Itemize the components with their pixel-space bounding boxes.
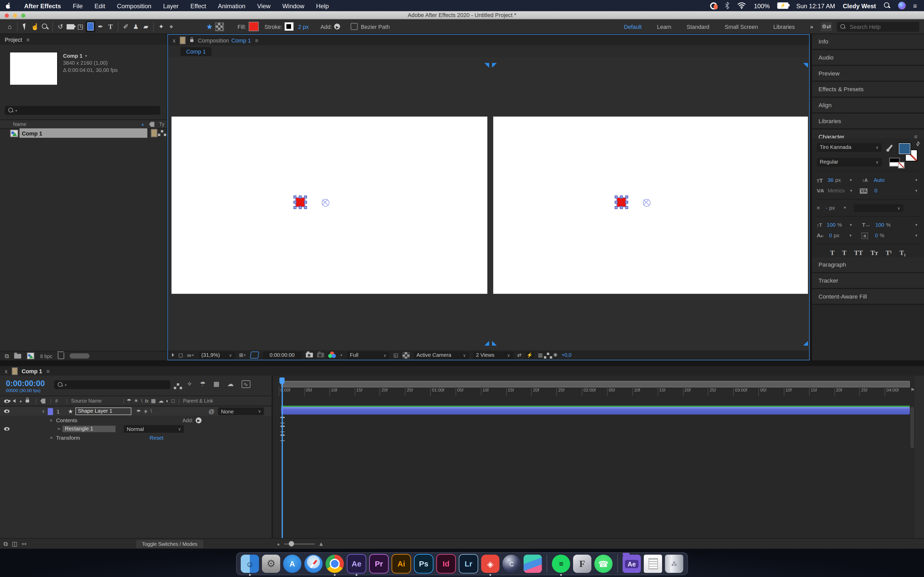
rounding-checker-icon[interactable] xyxy=(215,21,225,32)
close-timeline-button[interactable]: x xyxy=(5,367,8,374)
comp-timecode[interactable]: 0:00:00:00 xyxy=(263,351,302,359)
project-item-title[interactable]: Comp 1 xyxy=(63,52,82,59)
dock-red-diamond-app[interactable]: ◈ xyxy=(481,554,499,573)
effect[interactable]: Effect xyxy=(184,2,212,9)
frame-blend-switch-icon[interactable]: ▦ xyxy=(151,398,156,404)
panel-menu-icon[interactable]: ≡ xyxy=(255,37,258,43)
new-folder-icon[interactable] xyxy=(14,354,21,358)
column-type-label[interactable]: Ty xyxy=(159,121,165,127)
layer-label-color[interactable] xyxy=(48,408,53,415)
shape-visibility-toggle[interactable] xyxy=(4,427,10,431)
shape-group-name[interactable]: Rectangle 1 xyxy=(63,426,116,432)
fill-color-swatch[interactable] xyxy=(249,22,258,31)
grid-guides-options-icon[interactable]: ⊞▼ xyxy=(239,352,246,358)
rectangle-tool-icon[interactable] xyxy=(85,21,95,32)
layer-duration-bar[interactable] xyxy=(281,407,910,414)
timeline-search-box[interactable]: ▼ xyxy=(54,380,170,389)
file[interactable]: File xyxy=(67,2,89,9)
workspace-overflow-chevrons[interactable]: » xyxy=(802,23,821,30)
effects-presets[interactable]: Effects & Presets xyxy=(812,82,924,98)
no-color-swatch[interactable] xyxy=(898,162,905,168)
dock-illustrator[interactable]: Ai xyxy=(392,554,411,574)
apple-logo-icon[interactable] xyxy=(6,2,12,10)
home-tool-icon[interactable]: ⌂ xyxy=(5,21,15,32)
small-screen[interactable]: Small Screen xyxy=(717,23,766,30)
help[interactable]: Help xyxy=(310,2,334,9)
window[interactable]: Window xyxy=(276,2,310,9)
composition-mini-flowchart-icon[interactable] xyxy=(177,383,179,385)
dock-premiere-pro[interactable]: Pr xyxy=(369,554,389,574)
eraser-tool-icon[interactable]: ▰ xyxy=(141,21,151,32)
camera-tool-icon[interactable] xyxy=(66,21,76,32)
dock-whatsapp[interactable]: ☎ xyxy=(594,554,612,573)
layer-number-column[interactable]: # xyxy=(55,398,58,404)
contents-label[interactable]: Contents xyxy=(56,417,77,423)
default[interactable]: Default xyxy=(616,23,649,30)
toggle-mask-visibility-icon[interactable] xyxy=(250,351,259,359)
dock-lightroom[interactable]: Lr xyxy=(459,554,478,574)
effects-switch-icon[interactable]: fx xyxy=(145,398,149,404)
reset-exposure-icon[interactable]: ⇄ xyxy=(517,352,521,358)
quality-switch-icon[interactable]: ⧵ xyxy=(141,398,142,404)
wifi-icon[interactable] xyxy=(737,2,746,9)
align[interactable]: Align xyxy=(812,98,924,114)
color-depth-toggle[interactable]: 8 bpc xyxy=(40,353,53,359)
adjustment-layer-switch-icon[interactable]: ◐ xyxy=(166,398,169,404)
expand-inout-columns-icon[interactable]: ⇿ xyxy=(22,540,27,547)
dock-ae-files-folder[interactable]: Ae xyxy=(623,554,641,573)
layer[interactable]: Layer xyxy=(157,2,184,9)
region-of-interest-icon[interactable]: ◱ xyxy=(393,352,398,358)
preview[interactable]: Preview xyxy=(812,66,924,82)
composition[interactable]: Composition xyxy=(111,2,157,9)
all-caps[interactable]: TT xyxy=(854,249,863,256)
playhead-line[interactable] xyxy=(282,377,283,548)
menu-user-name[interactable]: Cledy West xyxy=(843,2,876,9)
selected-shape-rectangle[interactable] xyxy=(296,198,304,206)
solo-column-icon[interactable]: ● xyxy=(19,399,22,403)
dock-safari[interactable] xyxy=(304,554,323,573)
adjust-exposure-icon[interactable]: ❋ xyxy=(553,352,557,358)
add-property-icon[interactable]: ▶ xyxy=(195,417,202,423)
comp-frame[interactable] xyxy=(493,117,808,294)
source-name-column[interactable]: Source Name xyxy=(71,398,102,404)
dock-separator[interactable] xyxy=(617,554,618,573)
leading-dropdown[interactable]: ▼ xyxy=(915,179,918,182)
learn[interactable]: Learn xyxy=(649,23,679,30)
take-snapshot-icon[interactable] xyxy=(306,353,313,357)
always-preview-icon[interactable]: ⏵ xyxy=(171,352,174,358)
shy-switch-icon[interactable]: ☂ xyxy=(127,398,131,404)
3d-view-select[interactable]: Active Camera∨ xyxy=(414,351,469,359)
search-help-box[interactable] xyxy=(837,21,919,31)
show-channel-icon[interactable] xyxy=(328,351,336,359)
comp-view-left[interactable] xyxy=(168,57,489,350)
libraries[interactable]: Libraries xyxy=(812,114,924,130)
show-snapshot-icon[interactable] xyxy=(317,353,324,357)
puppet-pin-tool-icon[interactable]: ⌖ xyxy=(166,21,176,32)
shape-twirl-icon[interactable]: ∨ xyxy=(57,427,61,430)
parent-link-select[interactable]: None∨ xyxy=(218,408,264,415)
subscript[interactable]: T₁ xyxy=(900,249,906,256)
dock-chrome[interactable] xyxy=(326,554,344,573)
transparency-grid-icon[interactable] xyxy=(402,352,409,358)
timeline-vertical-scrollbar[interactable] xyxy=(910,407,914,448)
dock-app-store[interactable]: A xyxy=(283,554,301,573)
frame-blending-icon[interactable]: ▦ xyxy=(213,380,220,388)
roto-brush-tool-icon[interactable]: ✦ xyxy=(156,21,166,32)
hide-shy-layers-icon[interactable]: ☂ xyxy=(200,380,206,388)
dock-documents-stack[interactable] xyxy=(644,554,662,573)
timeline-label-color[interactable] xyxy=(11,367,18,375)
tsume-value[interactable]: 0 xyxy=(875,233,878,239)
menu-clock[interactable]: Sun 12:17 AM xyxy=(796,2,835,9)
paragraph[interactable]: Paragraph xyxy=(812,257,924,273)
resolution-select[interactable]: Full∨ xyxy=(347,351,389,359)
audio[interactable]: Audio xyxy=(812,50,924,66)
project-panel-menu-icon[interactable]: ≡ xyxy=(26,36,30,43)
small-caps[interactable]: Tᴛ xyxy=(871,249,878,256)
comp-marker-bin-icon[interactable]: ⚑ xyxy=(910,387,914,393)
dock-after-effects[interactable]: Ae xyxy=(347,554,366,574)
delete-item-icon[interactable] xyxy=(58,353,64,359)
transform-twirl-icon[interactable]: ∨ xyxy=(49,436,53,440)
selected-shape-rectangle[interactable] xyxy=(617,198,626,206)
standard[interactable]: Standard xyxy=(679,23,717,30)
time-ruler[interactable]: 0:00f05f10f15f20f25f01:00f05f10f15f20f25… xyxy=(279,386,910,396)
